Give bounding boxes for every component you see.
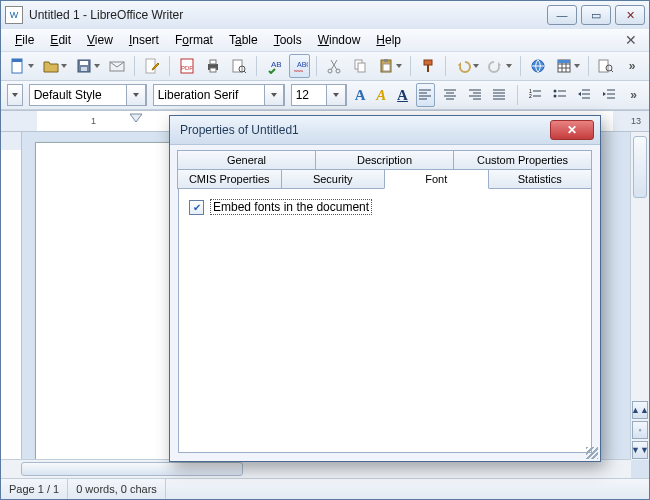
indent-marker-icon[interactable] bbox=[129, 113, 143, 129]
dialog-close-button[interactable]: ✕ bbox=[550, 120, 594, 140]
svg-line-14 bbox=[244, 71, 246, 73]
menu-view[interactable]: View bbox=[81, 31, 119, 49]
menu-help[interactable]: Help bbox=[370, 31, 407, 49]
clone-formatting-button[interactable] bbox=[417, 54, 439, 78]
paste-button[interactable] bbox=[375, 54, 404, 78]
embed-fonts-option[interactable]: ✔ Embed fonts in the document bbox=[189, 199, 581, 215]
svg-line-35 bbox=[611, 70, 613, 72]
document-close-icon[interactable]: ✕ bbox=[621, 32, 641, 48]
menu-insert[interactable]: Insert bbox=[123, 31, 165, 49]
save-button[interactable] bbox=[73, 54, 102, 78]
close-button[interactable]: ✕ bbox=[615, 5, 645, 25]
font-size-input[interactable] bbox=[292, 86, 326, 104]
bullet-list-button[interactable] bbox=[550, 83, 569, 107]
increase-indent-button[interactable] bbox=[600, 83, 619, 107]
nav-browse-button[interactable]: ◦ bbox=[632, 421, 648, 439]
status-page[interactable]: Page 1 / 1 bbox=[1, 479, 68, 499]
find-button[interactable] bbox=[595, 54, 617, 78]
dialog-title: Properties of Untitled1 bbox=[176, 123, 550, 137]
font-size-combo[interactable] bbox=[291, 84, 347, 106]
minimize-button[interactable]: — bbox=[547, 5, 577, 25]
edit-doc-button[interactable] bbox=[141, 54, 163, 78]
window-controls: — ▭ ✕ bbox=[547, 5, 645, 25]
email-button[interactable] bbox=[106, 54, 128, 78]
cut-button[interactable] bbox=[323, 54, 345, 78]
open-button[interactable] bbox=[40, 54, 69, 78]
svg-rect-4 bbox=[81, 67, 87, 71]
app-window: W Untitled 1 - LibreOffice Writer — ▭ ✕ … bbox=[0, 0, 650, 500]
svg-point-18 bbox=[336, 69, 340, 73]
title-bar: W Untitled 1 - LibreOffice Writer — ▭ ✕ bbox=[1, 1, 649, 29]
svg-rect-20 bbox=[358, 63, 365, 72]
align-center-button[interactable] bbox=[441, 83, 460, 107]
redo-button[interactable] bbox=[485, 54, 514, 78]
menu-table[interactable]: Table bbox=[223, 31, 264, 49]
auto-spellcheck-button[interactable]: ABC bbox=[289, 54, 311, 78]
insert-table-button[interactable] bbox=[553, 54, 582, 78]
toolbar-overflow-button[interactable]: » bbox=[621, 54, 643, 78]
numbered-list-button[interactable]: 12 bbox=[526, 83, 545, 107]
svg-text:2: 2 bbox=[529, 93, 532, 99]
dialog-resize-grip[interactable] bbox=[586, 447, 598, 459]
menu-edit[interactable]: Edit bbox=[44, 31, 77, 49]
svg-rect-25 bbox=[427, 65, 429, 72]
align-justify-button[interactable] bbox=[490, 83, 509, 107]
properties-dialog: Properties of Untitled1 ✕ General Descri… bbox=[169, 115, 601, 462]
svg-point-57 bbox=[553, 95, 556, 98]
menu-tools[interactable]: Tools bbox=[268, 31, 308, 49]
font-name-input[interactable] bbox=[154, 86, 264, 104]
tab-general[interactable]: General bbox=[177, 150, 316, 170]
maximize-button[interactable]: ▭ bbox=[581, 5, 611, 25]
font-size-drop-icon[interactable] bbox=[326, 84, 346, 106]
spellcheck-button[interactable]: ABC bbox=[263, 54, 285, 78]
bold-button[interactable]: A bbox=[353, 87, 368, 104]
scroll-thumb[interactable] bbox=[633, 136, 647, 198]
svg-rect-32 bbox=[558, 60, 570, 63]
nav-next-button[interactable]: ▼▼ bbox=[632, 441, 648, 459]
menu-window[interactable]: Window bbox=[312, 31, 367, 49]
tab-font[interactable]: Font bbox=[384, 169, 489, 189]
menu-file[interactable]: File bbox=[9, 31, 40, 49]
tab-custom[interactable]: Custom Properties bbox=[453, 150, 592, 170]
svg-rect-24 bbox=[424, 60, 432, 65]
window-title: Untitled 1 - LibreOffice Writer bbox=[29, 8, 547, 22]
status-words[interactable]: 0 words, 0 chars bbox=[68, 479, 166, 499]
menu-format[interactable]: Format bbox=[169, 31, 219, 49]
scroll-thumb[interactable] bbox=[21, 462, 243, 476]
font-name-combo[interactable] bbox=[153, 84, 285, 106]
svg-rect-1 bbox=[12, 59, 22, 62]
embed-fonts-checkbox[interactable]: ✔ bbox=[189, 200, 204, 215]
export-pdf-button[interactable]: PDF bbox=[176, 54, 198, 78]
italic-button[interactable]: A bbox=[374, 87, 389, 104]
tab-cmis[interactable]: CMIS Properties bbox=[177, 169, 282, 189]
paragraph-style-drop-icon[interactable] bbox=[126, 84, 146, 106]
status-bar: Page 1 / 1 0 words, 0 chars bbox=[1, 478, 649, 499]
paragraph-style-combo[interactable] bbox=[29, 84, 147, 106]
vertical-ruler[interactable] bbox=[1, 132, 22, 478]
align-right-button[interactable] bbox=[465, 83, 484, 107]
fmt-toolbar-overflow-button[interactable]: » bbox=[624, 83, 643, 107]
align-left-button[interactable] bbox=[416, 83, 435, 107]
undo-button[interactable] bbox=[452, 54, 481, 78]
nav-prev-button[interactable]: ▲▲ bbox=[632, 401, 648, 419]
paragraph-style-input[interactable] bbox=[30, 86, 126, 104]
dialog-tabs-row2: CMIS Properties Security Font Statistics bbox=[178, 170, 592, 189]
tab-description[interactable]: Description bbox=[315, 150, 454, 170]
copy-button[interactable] bbox=[349, 54, 371, 78]
decrease-indent-button[interactable] bbox=[575, 83, 594, 107]
tab-security[interactable]: Security bbox=[281, 169, 386, 189]
tab-statistics[interactable]: Statistics bbox=[488, 169, 593, 189]
dialog-tabs-row1: General Description Custom Properties bbox=[178, 151, 592, 170]
svg-rect-6 bbox=[146, 59, 155, 73]
print-button[interactable] bbox=[202, 54, 224, 78]
ruler-mark: 13 bbox=[631, 116, 641, 126]
hyperlink-button[interactable] bbox=[527, 54, 549, 78]
new-doc-button[interactable] bbox=[7, 54, 36, 78]
navigation-buttons: ▲▲ ◦ ▼▼ bbox=[631, 400, 649, 460]
print-preview-button[interactable] bbox=[228, 54, 250, 78]
dialog-title-bar[interactable]: Properties of Untitled1 ✕ bbox=[170, 116, 600, 145]
styles-dropdown-button[interactable] bbox=[7, 84, 23, 106]
font-name-drop-icon[interactable] bbox=[264, 84, 284, 106]
dialog-body: General Description Custom Properties CM… bbox=[170, 145, 600, 461]
underline-button[interactable]: A bbox=[395, 87, 410, 104]
